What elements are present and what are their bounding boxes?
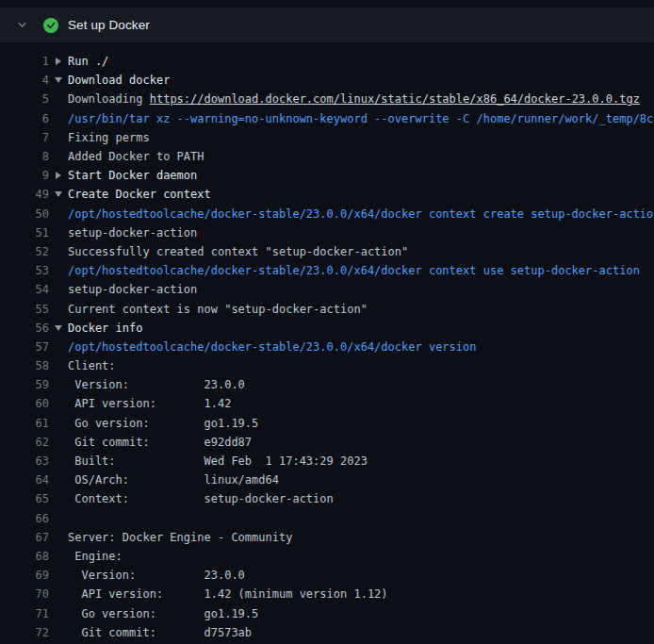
log-line: 62 Git commit: e92dd87 (0, 433, 654, 452)
log-line: 55Current context is now "setup-docker-a… (0, 299, 654, 318)
line-number[interactable]: 72 (0, 626, 49, 639)
line-number[interactable]: 58 (0, 359, 49, 372)
line-number[interactable]: 5 (0, 92, 49, 106)
log-text: OS/Arch: linux/amd64 (68, 473, 279, 487)
line-number[interactable]: 8 (0, 150, 49, 163)
log-plain-text: Engine: (68, 550, 123, 563)
log-plain-text: OS/Arch: linux/amd64 (68, 473, 279, 487)
log-plain-text: Current context is now "setup-docker-act… (68, 303, 368, 316)
log-plain-text: Version: 23.0.0 (68, 569, 245, 582)
log-group-title[interactable]: Download docker (68, 74, 170, 87)
line-number[interactable]: 50 (0, 207, 49, 221)
log-command-text: /opt/hostedtoolcache/docker-stable/23.0.… (68, 340, 476, 354)
line-number[interactable]: 60 (0, 397, 49, 410)
group-expanded-arrow-icon[interactable] (49, 325, 68, 331)
log-line: 53/opt/hostedtoolcache/docker-stable/23.… (0, 261, 654, 280)
log-plain-text: Create Docker context (68, 188, 211, 201)
log-plain-text: Run ./ (68, 55, 108, 68)
log-text: Go version: go1.19.5 (68, 417, 258, 430)
log-text: Client: (68, 359, 116, 372)
line-number[interactable]: 61 (0, 417, 49, 430)
log-plain-text: setup-docker-action (68, 283, 197, 296)
log-line: 60 API version: 1.42 (0, 394, 654, 413)
line-number[interactable]: 65 (0, 492, 49, 505)
log-group-title[interactable]: Start Docker daemon (68, 169, 197, 182)
log-line: 71 Go version: go1.19.5 (0, 603, 654, 622)
log-text: /opt/hostedtoolcache/docker-stable/23.0.… (68, 207, 654, 221)
line-number[interactable]: 1 (0, 55, 49, 68)
log-line: 68 Engine: (0, 547, 654, 566)
log-line: 67Server: Docker Engine - Community (0, 528, 654, 547)
line-number[interactable]: 67 (0, 531, 49, 544)
line-number[interactable]: 52 (0, 245, 49, 258)
log-link[interactable]: https://download.docker.com/linux/static… (150, 92, 640, 106)
line-number[interactable]: 9 (0, 169, 49, 182)
group-expanded-arrow-icon[interactable] (49, 77, 68, 83)
line-number[interactable]: 49 (0, 188, 49, 201)
log-plain-text: Added Docker to PATH (68, 150, 204, 163)
group-expanded-arrow-icon[interactable] (49, 191, 68, 197)
step-header[interactable]: Set up Docker (0, 8, 654, 42)
check-circle-success-icon (43, 18, 58, 33)
group-collapsed-arrow-icon[interactable] (49, 172, 68, 179)
line-number[interactable]: 51 (0, 226, 49, 239)
line-number[interactable]: 59 (0, 378, 49, 391)
log-text: API version: 1.42 (68, 397, 231, 410)
log-group-title[interactable]: Run ./ (68, 55, 108, 68)
log-plain-text: Docker info (68, 322, 142, 335)
line-number[interactable]: 66 (0, 512, 49, 525)
log-line: 5Downloading https://download.docker.com… (0, 90, 654, 108)
log-plain-text: Version: 23.0.0 (68, 378, 245, 391)
line-number[interactable]: 69 (0, 569, 49, 582)
line-number[interactable]: 63 (0, 454, 49, 468)
log-text: Git commit: e92dd87 (68, 436, 252, 449)
log-text: Current context is now "setup-docker-act… (68, 303, 368, 316)
log-plain-text: Git commit: e92dd87 (68, 436, 252, 449)
log-line: 49Create Docker context (0, 185, 654, 204)
log-group-title[interactable]: Create Docker context (68, 188, 211, 201)
log-line: 51setup-docker-action (0, 223, 654, 242)
log-text: Downloading https://download.docker.com/… (68, 92, 640, 106)
log-line: 57/opt/hostedtoolcache/docker-stable/23.… (0, 338, 654, 356)
log-lines: 1Run ./4Download docker5Downloading http… (0, 42, 654, 644)
log-text: setup-docker-action (68, 226, 197, 239)
log-text: /opt/hostedtoolcache/docker-stable/23.0.… (68, 340, 476, 354)
log-command-text: /opt/hostedtoolcache/docker-stable/23.0.… (68, 207, 654, 221)
log-line: 69 Version: 23.0.0 (0, 566, 654, 585)
group-collapsed-arrow-icon[interactable] (49, 58, 68, 65)
log-line: 61 Go version: go1.19.5 (0, 414, 654, 433)
log-plain-text: setup-docker-action (68, 226, 197, 239)
line-number[interactable]: 4 (0, 74, 49, 87)
log-line: 9Start Docker daemon (0, 166, 654, 185)
log-text: Version: 23.0.0 (68, 378, 245, 391)
log-text: Engine: (68, 550, 123, 563)
log-line: 65 Context: setup-docker-action (0, 489, 654, 508)
line-number[interactable]: 55 (0, 303, 49, 316)
log-line: 54setup-docker-action (0, 280, 654, 299)
log-plain-text: Go version: go1.19.5 (68, 607, 258, 620)
log-group-title[interactable]: Docker info (68, 322, 142, 335)
log-line: 63 Built: Wed Feb 1 17:43:29 2023 (0, 452, 654, 471)
log-text: /usr/bin/tar xz --warning=no-unknown-key… (68, 112, 654, 125)
chevron-down-icon[interactable] (15, 19, 28, 32)
line-number[interactable]: 64 (0, 473, 49, 487)
log-line: 59 Version: 23.0.0 (0, 375, 654, 394)
log-text: API version: 1.42 (minimum version 1.12) (68, 587, 388, 601)
line-number[interactable]: 54 (0, 283, 49, 296)
log-plain-text: Downloading (68, 92, 150, 106)
line-number[interactable]: 62 (0, 436, 49, 449)
log-plain-text: Server: Docker Engine - Community (68, 531, 292, 544)
line-number[interactable]: 56 (0, 322, 49, 335)
line-number[interactable]: 71 (0, 607, 49, 620)
line-number[interactable]: 57 (0, 340, 49, 354)
line-number[interactable]: 7 (0, 131, 49, 144)
line-number[interactable]: 53 (0, 264, 49, 277)
line-number[interactable]: 70 (0, 587, 49, 601)
log-line: 7Fixing perms (0, 128, 654, 147)
log-line: 58Client: (0, 356, 654, 375)
log-plain-text: API version: 1.42 (68, 397, 231, 410)
line-number[interactable]: 6 (0, 112, 49, 125)
line-number[interactable]: 68 (0, 550, 49, 563)
log-line: 64 OS/Arch: linux/amd64 (0, 471, 654, 489)
log-line: 50/opt/hostedtoolcache/docker-stable/23.… (0, 205, 654, 223)
